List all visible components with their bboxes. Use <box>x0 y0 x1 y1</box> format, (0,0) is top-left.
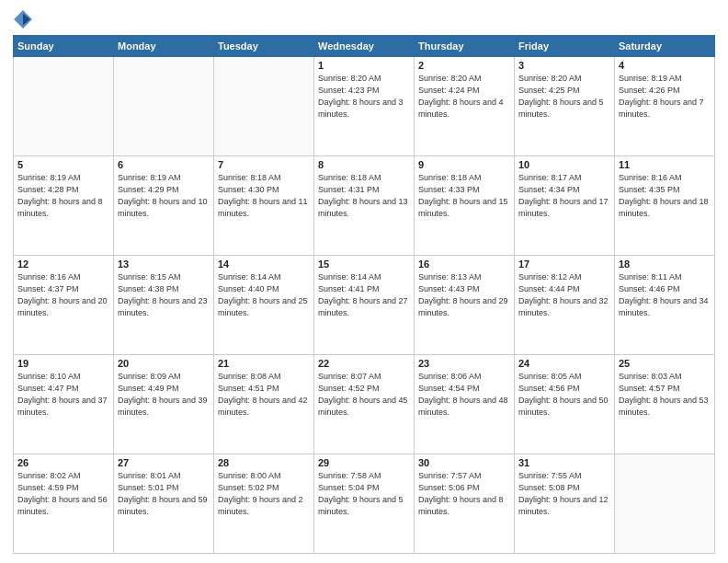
day-info: Sunrise: 8:18 AM Sunset: 4:33 PM Dayligh… <box>418 172 510 220</box>
day-header-friday: Friday <box>515 36 615 57</box>
day-header-thursday: Thursday <box>415 36 515 57</box>
day-number: 26 <box>17 457 109 468</box>
day-info: Sunrise: 8:00 AM Sunset: 5:02 PM Dayligh… <box>218 470 310 518</box>
header <box>13 9 715 29</box>
day-number: 17 <box>518 259 610 270</box>
day-number: 19 <box>17 358 109 369</box>
day-number: 27 <box>118 457 210 468</box>
calendar-cell: 6Sunrise: 8:19 AM Sunset: 4:29 PM Daylig… <box>114 156 214 256</box>
day-info: Sunrise: 7:55 AM Sunset: 5:08 PM Dayligh… <box>518 470 610 518</box>
day-number: 21 <box>218 358 310 369</box>
day-info: Sunrise: 8:14 AM Sunset: 4:40 PM Dayligh… <box>218 271 310 319</box>
day-number: 9 <box>418 159 510 170</box>
calendar-cell: 17Sunrise: 8:12 AM Sunset: 4:44 PM Dayli… <box>515 256 615 355</box>
day-info: Sunrise: 7:58 AM Sunset: 5:04 PM Dayligh… <box>318 470 410 518</box>
day-info: Sunrise: 8:12 AM Sunset: 4:44 PM Dayligh… <box>518 271 610 319</box>
calendar-cell: 12Sunrise: 8:16 AM Sunset: 4:37 PM Dayli… <box>14 256 114 355</box>
calendar-cell: 20Sunrise: 8:09 AM Sunset: 4:49 PM Dayli… <box>114 355 214 454</box>
calendar-body: 1Sunrise: 8:20 AM Sunset: 4:23 PM Daylig… <box>14 57 715 554</box>
day-info: Sunrise: 8:11 AM Sunset: 4:46 PM Dayligh… <box>619 271 711 319</box>
day-number: 18 <box>619 259 711 270</box>
calendar-cell: 19Sunrise: 8:10 AM Sunset: 4:47 PM Dayli… <box>14 355 114 454</box>
day-number: 8 <box>318 159 410 170</box>
logo <box>13 9 36 29</box>
week-row-4: 19Sunrise: 8:10 AM Sunset: 4:47 PM Dayli… <box>14 355 715 454</box>
day-info: Sunrise: 8:18 AM Sunset: 4:31 PM Dayligh… <box>318 172 410 220</box>
calendar-cell: 27Sunrise: 8:01 AM Sunset: 5:01 PM Dayli… <box>114 454 214 554</box>
day-number: 10 <box>518 159 610 170</box>
calendar-cell: 16Sunrise: 8:13 AM Sunset: 4:43 PM Dayli… <box>415 256 515 355</box>
day-info: Sunrise: 8:16 AM Sunset: 4:37 PM Dayligh… <box>17 271 109 319</box>
day-number: 23 <box>418 358 510 369</box>
calendar-cell: 1Sunrise: 8:20 AM Sunset: 4:23 PM Daylig… <box>314 57 415 156</box>
day-info: Sunrise: 8:17 AM Sunset: 4:34 PM Dayligh… <box>518 172 610 220</box>
day-header-sunday: Sunday <box>14 36 114 57</box>
day-number: 12 <box>17 259 109 270</box>
calendar-cell: 29Sunrise: 7:58 AM Sunset: 5:04 PM Dayli… <box>314 454 415 554</box>
calendar-cell: 4Sunrise: 8:19 AM Sunset: 4:26 PM Daylig… <box>615 57 715 156</box>
day-info: Sunrise: 8:07 AM Sunset: 4:52 PM Dayligh… <box>318 371 410 419</box>
calendar-cell: 31Sunrise: 7:55 AM Sunset: 5:08 PM Dayli… <box>515 454 615 554</box>
calendar-cell: 15Sunrise: 8:14 AM Sunset: 4:41 PM Dayli… <box>314 256 415 355</box>
day-info: Sunrise: 8:10 AM Sunset: 4:47 PM Dayligh… <box>17 371 109 419</box>
day-number: 30 <box>418 457 510 468</box>
calendar-cell: 30Sunrise: 7:57 AM Sunset: 5:06 PM Dayli… <box>415 454 515 554</box>
calendar-cell: 11Sunrise: 8:16 AM Sunset: 4:35 PM Dayli… <box>615 156 715 256</box>
day-number: 4 <box>619 60 711 71</box>
calendar-cell <box>14 57 114 156</box>
calendar-page: SundayMondayTuesdayWednesdayThursdayFrid… <box>0 0 728 563</box>
day-number: 2 <box>418 60 510 71</box>
day-info: Sunrise: 8:19 AM Sunset: 4:28 PM Dayligh… <box>17 172 109 220</box>
day-number: 16 <box>418 259 510 270</box>
day-number: 5 <box>17 159 109 170</box>
day-number: 15 <box>318 259 410 270</box>
calendar-cell: 2Sunrise: 8:20 AM Sunset: 4:24 PM Daylig… <box>415 57 515 156</box>
day-info: Sunrise: 8:19 AM Sunset: 4:26 PM Dayligh… <box>619 73 711 121</box>
day-info: Sunrise: 8:08 AM Sunset: 4:51 PM Dayligh… <box>218 371 310 419</box>
day-header-saturday: Saturday <box>615 36 715 57</box>
calendar-cell: 25Sunrise: 8:03 AM Sunset: 4:57 PM Dayli… <box>615 355 715 454</box>
day-info: Sunrise: 8:18 AM Sunset: 4:30 PM Dayligh… <box>218 172 310 220</box>
day-number: 31 <box>518 457 610 468</box>
calendar-cell: 21Sunrise: 8:08 AM Sunset: 4:51 PM Dayli… <box>214 355 314 454</box>
day-number: 14 <box>218 259 310 270</box>
day-number: 11 <box>619 159 711 170</box>
day-number: 20 <box>118 358 210 369</box>
day-info: Sunrise: 8:06 AM Sunset: 4:54 PM Dayligh… <box>418 371 510 419</box>
day-info: Sunrise: 8:03 AM Sunset: 4:57 PM Dayligh… <box>619 371 711 419</box>
day-info: Sunrise: 7:57 AM Sunset: 5:06 PM Dayligh… <box>418 470 510 518</box>
calendar-cell: 7Sunrise: 8:18 AM Sunset: 4:30 PM Daylig… <box>214 156 314 256</box>
calendar-cell: 24Sunrise: 8:05 AM Sunset: 4:56 PM Dayli… <box>515 355 615 454</box>
calendar-cell: 23Sunrise: 8:06 AM Sunset: 4:54 PM Dayli… <box>415 355 515 454</box>
day-number: 13 <box>118 259 210 270</box>
day-number: 28 <box>218 457 310 468</box>
day-number: 25 <box>619 358 711 369</box>
day-number: 24 <box>518 358 610 369</box>
calendar-cell <box>114 57 214 156</box>
calendar-cell: 18Sunrise: 8:11 AM Sunset: 4:46 PM Dayli… <box>615 256 715 355</box>
logo-icon <box>13 9 33 29</box>
day-number: 22 <box>318 358 410 369</box>
calendar-cell: 13Sunrise: 8:15 AM Sunset: 4:38 PM Dayli… <box>114 256 214 355</box>
day-number: 29 <box>318 457 410 468</box>
day-number: 1 <box>318 60 410 71</box>
day-number: 3 <box>518 60 610 71</box>
day-info: Sunrise: 8:20 AM Sunset: 4:25 PM Dayligh… <box>518 73 610 121</box>
calendar-cell: 8Sunrise: 8:18 AM Sunset: 4:31 PM Daylig… <box>314 156 415 256</box>
calendar-cell: 26Sunrise: 8:02 AM Sunset: 4:59 PM Dayli… <box>14 454 114 554</box>
day-number: 7 <box>218 159 310 170</box>
day-info: Sunrise: 8:20 AM Sunset: 4:23 PM Dayligh… <box>318 73 410 121</box>
week-row-2: 5Sunrise: 8:19 AM Sunset: 4:28 PM Daylig… <box>14 156 715 256</box>
week-row-3: 12Sunrise: 8:16 AM Sunset: 4:37 PM Dayli… <box>14 256 715 355</box>
calendar-cell: 28Sunrise: 8:00 AM Sunset: 5:02 PM Dayli… <box>214 454 314 554</box>
day-info: Sunrise: 8:01 AM Sunset: 5:01 PM Dayligh… <box>118 470 210 518</box>
day-header-wednesday: Wednesday <box>314 36 415 57</box>
day-header-monday: Monday <box>114 36 214 57</box>
week-row-1: 1Sunrise: 8:20 AM Sunset: 4:23 PM Daylig… <box>14 57 715 156</box>
day-info: Sunrise: 8:09 AM Sunset: 4:49 PM Dayligh… <box>118 371 210 419</box>
calendar-cell: 22Sunrise: 8:07 AM Sunset: 4:52 PM Dayli… <box>314 355 415 454</box>
day-number: 6 <box>118 159 210 170</box>
day-header-tuesday: Tuesday <box>214 36 314 57</box>
day-info: Sunrise: 8:20 AM Sunset: 4:24 PM Dayligh… <box>418 73 510 121</box>
calendar-cell: 9Sunrise: 8:18 AM Sunset: 4:33 PM Daylig… <box>415 156 515 256</box>
